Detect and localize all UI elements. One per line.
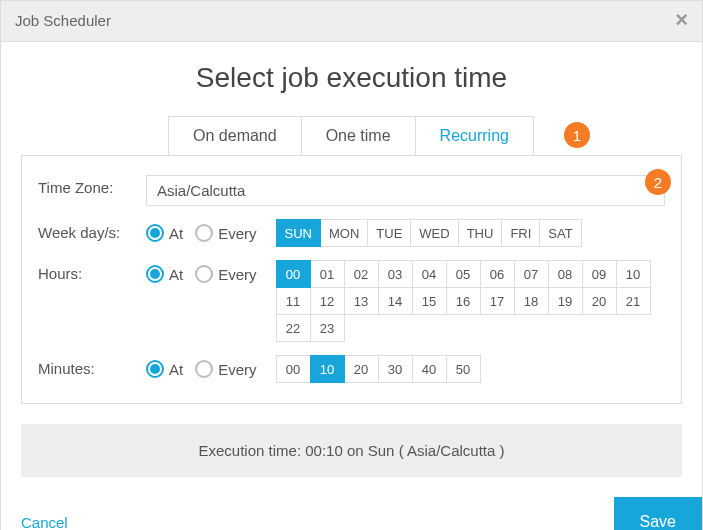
weekday-options: SUNMONTUEWEDTHUFRISAT <box>277 220 582 247</box>
weekday-cell-fri[interactable]: FRI <box>501 219 540 247</box>
row-week-days: Week day/s: At Every SUNMONTUEWEDTHUFRIS… <box>38 220 665 247</box>
minute-cell-00[interactable]: 00 <box>276 355 311 383</box>
hour-options: 0001020304050607080910111213141516171819… <box>277 261 665 342</box>
label-week-days: Week day/s: <box>38 220 146 241</box>
hour-cell-03[interactable]: 03 <box>378 260 413 288</box>
hour-cell-07[interactable]: 07 <box>514 260 549 288</box>
hour-cell-16[interactable]: 16 <box>446 287 481 315</box>
hour-cell-15[interactable]: 15 <box>412 287 447 315</box>
radio-weekdays-at[interactable] <box>146 224 164 242</box>
radio-hours-every[interactable] <box>195 265 213 283</box>
tab-on-demand[interactable]: On demand <box>168 116 302 156</box>
hour-cell-17[interactable]: 17 <box>480 287 515 315</box>
hour-cell-06[interactable]: 06 <box>480 260 515 288</box>
weekday-cell-thu[interactable]: THU <box>458 219 503 247</box>
tab-one-time[interactable]: One time <box>301 116 416 156</box>
row-hours: Hours: At Every 000102030405060708091011… <box>38 261 665 342</box>
row-minutes: Minutes: At Every 001020304050 <box>38 356 665 383</box>
hour-cell-09[interactable]: 09 <box>582 260 617 288</box>
weekday-cell-wed[interactable]: WED <box>410 219 458 247</box>
modal-footer: Cancel Save <box>1 497 702 530</box>
hour-cell-10[interactable]: 10 <box>616 260 651 288</box>
radio-weekdays-every[interactable] <box>195 224 213 242</box>
hour-cell-22[interactable]: 22 <box>276 314 311 342</box>
weekday-cell-tue[interactable]: TUE <box>367 219 411 247</box>
time-zone-input[interactable] <box>146 175 665 206</box>
job-scheduler-modal: Job Scheduler × Select job execution tim… <box>0 0 703 530</box>
hour-cell-20[interactable]: 20 <box>582 287 617 315</box>
annotation-badge-2: 2 <box>645 169 671 195</box>
label-minutes: Minutes: <box>38 356 146 377</box>
weekday-cell-sun[interactable]: SUN <box>276 219 321 247</box>
radio-label-every: Every <box>218 225 256 242</box>
hour-cell-13[interactable]: 13 <box>344 287 379 315</box>
radio-label-every: Every <box>218 266 256 283</box>
minute-cell-40[interactable]: 40 <box>412 355 447 383</box>
row-time-zone: Time Zone: <box>38 175 665 206</box>
save-button[interactable]: Save <box>614 497 702 530</box>
execution-summary: Execution time: 00:10 on Sun ( Asia/Calc… <box>21 424 682 477</box>
hour-cell-12[interactable]: 12 <box>310 287 345 315</box>
hour-cell-00[interactable]: 00 <box>276 260 311 288</box>
hour-cell-23[interactable]: 23 <box>310 314 345 342</box>
minute-cell-50[interactable]: 50 <box>446 355 481 383</box>
hour-cell-05[interactable]: 05 <box>446 260 481 288</box>
hour-cell-14[interactable]: 14 <box>378 287 413 315</box>
minutes-mode-group: At Every <box>146 356 269 378</box>
weekdays-mode-group: At Every <box>146 220 269 242</box>
recurring-panel: 2 Time Zone: Week day/s: At Every SUNMON… <box>21 155 682 404</box>
radio-minutes-every[interactable] <box>195 360 213 378</box>
hour-cell-18[interactable]: 18 <box>514 287 549 315</box>
minute-options: 001020304050 <box>277 356 481 383</box>
hour-cell-21[interactable]: 21 <box>616 287 651 315</box>
tab-recurring[interactable]: Recurring <box>415 116 534 156</box>
weekday-cell-sat[interactable]: SAT <box>539 219 581 247</box>
label-time-zone: Time Zone: <box>38 175 146 196</box>
radio-minutes-at[interactable] <box>146 360 164 378</box>
tab-strip: On demand One time Recurring 1 <box>21 116 682 156</box>
modal-header: Job Scheduler × <box>1 1 702 42</box>
radio-label-every: Every <box>218 361 256 378</box>
modal-title: Job Scheduler <box>15 12 111 29</box>
modal-body: Select job execution time On demand One … <box>1 42 702 424</box>
minute-cell-20[interactable]: 20 <box>344 355 379 383</box>
weekday-cell-mon[interactable]: MON <box>320 219 368 247</box>
hour-cell-04[interactable]: 04 <box>412 260 447 288</box>
page-heading: Select job execution time <box>21 62 682 94</box>
radio-label-at: At <box>169 225 183 242</box>
hour-cell-11[interactable]: 11 <box>276 287 311 315</box>
radio-label-at: At <box>169 361 183 378</box>
label-hours: Hours: <box>38 261 146 282</box>
close-icon[interactable]: × <box>675 9 688 31</box>
cancel-button[interactable]: Cancel <box>21 514 68 531</box>
hour-cell-08[interactable]: 08 <box>548 260 583 288</box>
minute-cell-10[interactable]: 10 <box>310 355 345 383</box>
hour-cell-19[interactable]: 19 <box>548 287 583 315</box>
minute-cell-30[interactable]: 30 <box>378 355 413 383</box>
radio-label-at: At <box>169 266 183 283</box>
hour-cell-01[interactable]: 01 <box>310 260 345 288</box>
hours-mode-group: At Every <box>146 261 269 283</box>
annotation-badge-1: 1 <box>564 122 590 148</box>
hour-cell-02[interactable]: 02 <box>344 260 379 288</box>
radio-hours-at[interactable] <box>146 265 164 283</box>
